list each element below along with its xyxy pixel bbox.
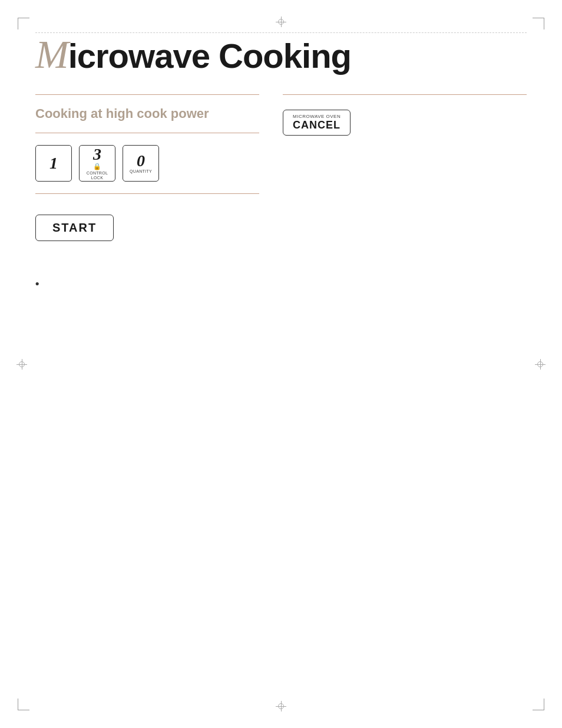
- crosshair-top: [276, 17, 286, 27]
- section-heading: Cooking at high cook power: [35, 106, 259, 123]
- crosshair-left: [16, 359, 27, 370]
- corner-mark-bl: [18, 699, 29, 710]
- key-3-sublabel: CONTROLLOCK: [87, 171, 108, 181]
- col-left: Cooking at high cook power 1 3 🔒 CONTROL…: [35, 95, 259, 277]
- cancel-button[interactable]: MICROWAVE OVEN CANCEL: [283, 110, 351, 136]
- key-3-number: 3: [93, 146, 101, 163]
- corner-mark-tr: [533, 18, 544, 29]
- start-button-label: START: [52, 221, 97, 234]
- start-button[interactable]: START: [35, 215, 114, 241]
- key-3-control-lock[interactable]: 3 🔒 CONTROLLOCK: [79, 145, 115, 182]
- key-1[interactable]: 1: [35, 145, 72, 182]
- key-0-number: 0: [137, 153, 145, 169]
- corner-mark-br: [533, 699, 544, 710]
- key-0-quantity[interactable]: 0 QUANTITY: [123, 145, 159, 182]
- key-1-number: 1: [49, 155, 58, 172]
- col-right: MICROWAVE OVEN CANCEL: [283, 95, 527, 277]
- two-col-layout: Cooking at high cook power 1 3 🔒 CONTROL…: [35, 95, 527, 277]
- bottom-left-divider: [35, 193, 259, 194]
- left-divider-1: [35, 133, 259, 133]
- page-title: Microwave Cooking: [35, 32, 527, 77]
- lock-icon: 🔒: [93, 163, 101, 170]
- cancel-main-label: CANCEL: [293, 119, 340, 131]
- corner-mark-tl: [18, 18, 29, 29]
- key-row: 1 3 🔒 CONTROLLOCK 0 QUANTITY: [35, 145, 259, 182]
- title-decorative-m: M: [35, 32, 68, 77]
- cancel-top-label: MICROWAVE OVEN: [293, 114, 340, 119]
- main-content: Microwave Cooking Cooking at high cook p…: [35, 32, 527, 696]
- title-rest: icrowave Cooking: [68, 37, 351, 75]
- crosshair-bottom: [276, 701, 286, 711]
- crosshair-right: [535, 359, 546, 370]
- key-0-sublabel: QUANTITY: [130, 169, 152, 174]
